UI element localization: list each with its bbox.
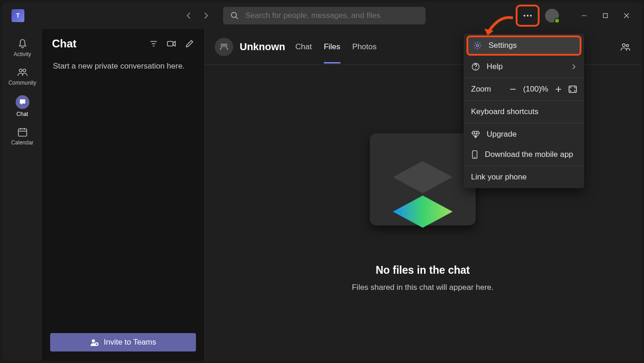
- svg-point-2: [523, 15, 525, 17]
- svg-point-23: [221, 44, 224, 46]
- menu-separator: [464, 78, 584, 78]
- contact-avatar[interactable]: [215, 38, 233, 56]
- menu-help[interactable]: Help: [464, 57, 584, 77]
- chat-list-title: Chat: [52, 37, 76, 50]
- svg-point-10: [23, 69, 26, 72]
- forward-button[interactable]: [202, 12, 209, 19]
- svg-point-9: [19, 69, 22, 72]
- participants-icon[interactable]: [620, 41, 631, 52]
- menu-label: Keyboard shortcuts: [471, 107, 538, 116]
- close-button[interactable]: [616, 8, 637, 23]
- svg-point-3: [527, 15, 529, 17]
- zoom-out-button[interactable]: [509, 86, 517, 93]
- menu-label: Download the mobile app: [485, 150, 573, 159]
- svg-point-29: [475, 68, 476, 69]
- zoom-in-button[interactable]: [555, 86, 562, 93]
- menu-label: Link your phone: [471, 173, 527, 182]
- diamond-icon: [471, 130, 480, 139]
- calendar-icon: [17, 127, 28, 138]
- rail-chat[interactable]: Chat: [6, 91, 39, 122]
- user-avatar[interactable]: [545, 9, 559, 23]
- menu-separator: [464, 123, 584, 123]
- bell-icon: [17, 38, 28, 49]
- video-call-icon[interactable]: [167, 39, 177, 48]
- mobile-icon: [471, 150, 478, 159]
- presence-indicator: [554, 18, 560, 23]
- svg-rect-11: [18, 129, 27, 136]
- svg-rect-18: [167, 41, 173, 46]
- empty-illustration: [370, 133, 476, 239]
- empty-state-subtitle: Files shared in this chat will appear he…: [352, 283, 494, 292]
- svg-rect-33: [569, 86, 576, 92]
- fullscreen-icon[interactable]: [569, 86, 577, 93]
- help-icon: [471, 62, 480, 71]
- svg-point-27: [477, 45, 479, 47]
- app-rail: Activity Community Chat: [2, 29, 43, 361]
- svg-point-25: [622, 44, 625, 46]
- chat-list-panel: Chat Start a new private conversation he…: [43, 29, 204, 361]
- tab-photos[interactable]: Photos: [352, 30, 377, 63]
- svg-point-0: [231, 12, 236, 17]
- svg-point-19: [92, 340, 95, 343]
- app-window: Activity Community Chat: [2, 2, 642, 361]
- svg-point-4: [530, 15, 532, 17]
- menu-download-mobile[interactable]: Download the mobile app: [464, 144, 584, 165]
- chevron-right-icon: [570, 63, 577, 70]
- search-input[interactable]: [245, 11, 418, 20]
- menu-separator: [464, 100, 584, 101]
- empty-state-title: No files in the chat: [376, 264, 470, 277]
- new-chat-icon[interactable]: [185, 39, 194, 48]
- menu-keyboard-shortcuts[interactable]: Keyboard shortcuts: [464, 102, 584, 122]
- rail-activity[interactable]: Activity: [6, 34, 39, 62]
- zoom-value: (100)%: [523, 85, 548, 94]
- person-add-icon: [90, 338, 99, 347]
- more-menu: Settings Help Zoom (100)%: [464, 34, 584, 188]
- rail-calendar[interactable]: Calendar: [6, 122, 39, 150]
- rail-label: Calendar: [11, 139, 34, 146]
- maximize-button[interactable]: [595, 8, 616, 23]
- rail-label: Community: [8, 80, 36, 86]
- contact-name: Unknown: [240, 41, 285, 53]
- invite-label: Invite to Teams: [104, 338, 156, 347]
- svg-point-26: [627, 44, 629, 46]
- menu-link-phone[interactable]: Link your phone: [464, 167, 584, 187]
- menu-separator: [464, 166, 584, 166]
- people-icon: [17, 67, 28, 78]
- zoom-label: Zoom: [471, 85, 491, 94]
- menu-upgrade[interactable]: Upgrade: [464, 124, 584, 144]
- back-button[interactable]: [185, 12, 193, 19]
- chat-icon: [18, 98, 27, 106]
- invite-to-teams-button[interactable]: Invite to Teams: [50, 333, 196, 351]
- gear-icon: [473, 41, 482, 50]
- rail-label: Activity: [13, 51, 31, 58]
- rail-label: Chat: [17, 111, 28, 117]
- more-button-highlight: [516, 5, 540, 27]
- menu-settings[interactable]: Settings: [466, 35, 581, 56]
- search-icon: [230, 12, 239, 20]
- search-box[interactable]: [223, 7, 426, 24]
- chat-list-empty-text: Start a new private conversation here.: [46, 58, 200, 329]
- svg-rect-6: [604, 14, 608, 18]
- filter-icon[interactable]: [149, 39, 158, 48]
- svg-point-24: [224, 44, 227, 46]
- menu-zoom: Zoom (100)%: [464, 79, 584, 99]
- menu-label: Help: [487, 62, 503, 71]
- more-button[interactable]: [518, 7, 537, 24]
- tab-chat[interactable]: Chat: [295, 30, 312, 63]
- menu-label: Upgrade: [487, 130, 517, 139]
- teams-app-icon: [12, 9, 24, 22]
- menu-label: Settings: [489, 41, 517, 50]
- titlebar: [2, 2, 642, 29]
- tab-files[interactable]: Files: [324, 30, 340, 63]
- rail-community[interactable]: Community: [6, 62, 39, 91]
- minimize-button[interactable]: [574, 8, 595, 23]
- svg-line-1: [236, 17, 238, 19]
